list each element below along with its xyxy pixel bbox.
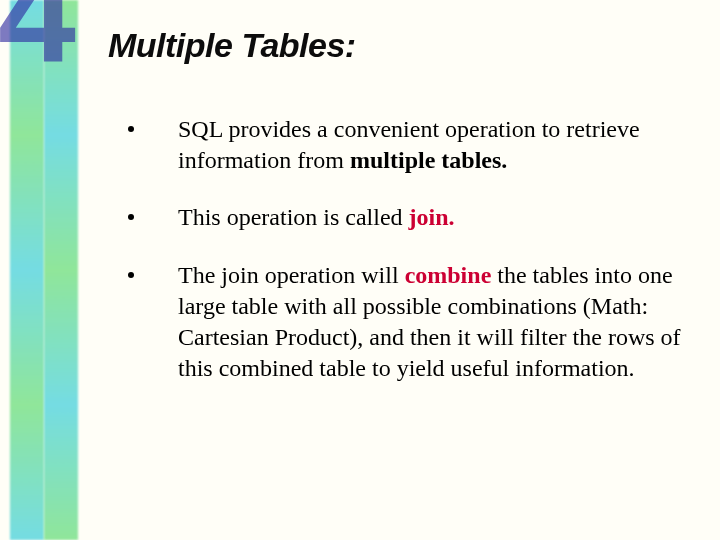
slide-title: Multiple Tables: [108, 26, 356, 65]
bullet-list: SQL provides a convenient operation to r… [128, 114, 684, 410]
slide-number: 4 [0, 0, 76, 84]
bullet-text: The join operation will combine the tabl… [178, 260, 684, 385]
text-span: The join operation will [178, 262, 405, 288]
text-bold: combine [405, 262, 492, 288]
text-bold: join. [409, 204, 455, 230]
list-item: SQL provides a convenient operation to r… [128, 114, 684, 176]
bullet-text: SQL provides a convenient operation to r… [178, 114, 684, 176]
list-item: This operation is called join. [128, 202, 684, 233]
list-item: The join operation will combine the tabl… [128, 260, 684, 385]
text-bold: multiple tables. [350, 147, 507, 173]
bullet-text: This operation is called join. [178, 202, 684, 233]
bullet-icon [128, 214, 134, 220]
bullet-icon [128, 126, 134, 132]
bullet-icon [128, 272, 134, 278]
text-span: This operation is called [178, 204, 409, 230]
